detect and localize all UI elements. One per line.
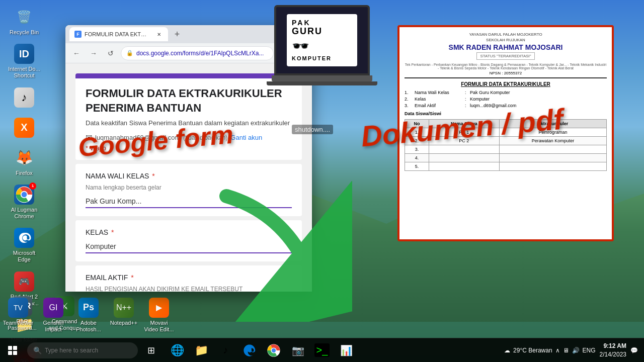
language-label: ENG <box>583 347 596 354</box>
chrome-logo <box>267 343 281 357</box>
clock-date: 2/14/2023 <box>600 350 626 359</box>
field-label-nama: NAMA WALI KELAS * <box>86 172 292 180</box>
desktop-icon-xampp[interactable]: X <box>4 115 44 143</box>
desktop-icon-internet-download[interactable]: ID Internet Do... Shortcut <box>4 41 44 82</box>
desktop-icon-label: TeamViewer <box>3 320 33 326</box>
desktop-icon-label: Movavi Video Edit... <box>144 320 174 333</box>
taskbar-apps: 🌐 📁 ♪ 📷 >_ <box>166 339 357 361</box>
taskbar-search-input[interactable] <box>45 347 125 354</box>
system-tray-up-arrow[interactable]: ∧ <box>555 347 560 354</box>
svg-point-9 <box>272 348 276 352</box>
tab-favicon: F <box>74 31 82 38</box>
taskbar-edge-icon[interactable]: 🌐 <box>166 339 188 361</box>
tab-close-button[interactable]: ✕ <box>155 30 163 38</box>
desktop-icon-label: Adobe Photosh... <box>73 320 104 333</box>
edge-logo <box>243 343 257 357</box>
taskbar-edge2-icon[interactable] <box>238 339 261 361</box>
taskbar-search-icon: 🔍 <box>33 346 42 354</box>
pak-guru-line3: KOMPUTER <box>292 55 352 61</box>
green-arrow <box>176 181 352 322</box>
clock-time: 9:12 AM <box>600 342 626 350</box>
taskbar-clock[interactable]: 9:12 AM 2/14/2023 <box>600 342 626 359</box>
pdf-field-1: 1. Nama Wali Kelas : Pak Guru Komputer <box>405 90 607 95</box>
refresh-button[interactable]: ↺ <box>104 46 118 60</box>
pdf-description: Tek Perkantoran - Perbankan Keuangan Mik… <box>405 63 607 70</box>
weather-icon: ☁ <box>504 347 510 354</box>
laptop-base <box>272 75 372 81</box>
task-view-icon: ⊞ <box>147 345 155 356</box>
form-title: FORMULIR DATA EKTRAKURIKULER PENERIMA BA… <box>86 86 292 115</box>
pak-guru-line2: GURU <box>292 27 352 37</box>
desktop-icon-al-lugman-chrome[interactable]: 1 Al Lugman Chrome <box>4 182 44 223</box>
notification-icon[interactable]: 💬 <box>630 347 638 354</box>
change-account-link[interactable]: Ganti akun <box>230 134 262 141</box>
back-button[interactable]: ← <box>69 46 84 60</box>
desktop-icon-firefox[interactable]: 🦊 Firefox <box>4 145 44 179</box>
desktop-icon-movavi[interactable]: ▶ Movavi Video Edit... <box>142 295 176 336</box>
taskbar-system-tray: ☁ 29°C Berawan ∧ 🖥 🔊 ENG 9:12 AM 2/14/20… <box>504 342 644 359</box>
desktop-icon-genshin[interactable]: GI Genshin Impact <box>36 295 70 336</box>
taskbar-explorer-icon[interactable]: 📁 <box>190 339 212 361</box>
desktop-icon-label: Al Lugman Chrome <box>6 207 42 220</box>
taskbar-terminal-icon[interactable]: >_ <box>311 339 333 361</box>
taskbar: 🔍 ⊞ 🌐 📁 ♪ <box>0 338 644 362</box>
desktop-icon-label: Genshin Impact <box>38 320 68 333</box>
shutdown-text: shutdown.... <box>292 125 333 134</box>
start-button[interactable] <box>0 338 25 363</box>
browser-tab-active[interactable]: F FORMULIR DATA EKTRAKURIKU... ✕ <box>69 27 168 41</box>
desktop-icon-teamviewer[interactable]: TV TeamViewer <box>1 295 35 336</box>
glasses-icon: 🕶️ <box>292 38 352 54</box>
taskbar-search-bar[interactable]: 🔍 <box>27 342 138 358</box>
taskbar-chrome-icon[interactable] <box>263 339 285 361</box>
taskbar-tiktok-icon[interactable]: ♪ <box>214 339 236 361</box>
taskbar-powerpoint-icon[interactable]: 📊 <box>335 339 357 361</box>
laptop-bottom <box>267 81 377 85</box>
laptop-screen: PAK GURU 🕶️ KOMPUTER <box>274 5 370 75</box>
svg-point-2 <box>22 192 27 197</box>
forward-button[interactable]: → <box>87 46 101 60</box>
pdf-npsn: NPSN : 20555372 <box>405 71 607 75</box>
pdf-table-row: 4. <box>405 154 607 162</box>
laptop-thumbnail: PAK GURU 🕶️ KOMPUTER <box>264 5 380 116</box>
desktop-icon-notepad[interactable]: N++ Notepad++ <box>107 295 141 336</box>
pdf-field-2: 2. Kelas : Komputer <box>405 97 607 102</box>
desktop-icon-microsoft-edge[interactable]: Microsoft Edge <box>4 225 44 266</box>
windows-logo <box>8 346 17 355</box>
pak-guru-line1: PAK <box>292 19 352 27</box>
pdf-yayasan: YAYASAN DARUL FALAH MOJOKERTO SEKOLAH RU… <box>405 32 607 75</box>
pdf-form-title: FORMULIR DATA EKTRAKURIKULER <box>405 81 607 87</box>
pak-guru-logo: PAK GURU 🕶️ KOMPUTER <box>287 14 357 66</box>
tab-label: FORMULIR DATA EKTRAKURIKU... <box>85 31 150 37</box>
pdf-table-row: 5. <box>405 162 607 171</box>
weather-text: 29°C Berawan <box>513 347 552 354</box>
desktop-icons-container: 🗑️ Recycle Bin ID Internet Do... Shortcu… <box>0 0 65 327</box>
taskbar-camera-icon[interactable]: 📷 <box>287 339 309 361</box>
desktop-icon-label: Firefox <box>16 170 33 176</box>
new-tab-button[interactable]: + <box>170 27 184 41</box>
desktop-icon-label: Microsoft Edge <box>6 250 42 263</box>
desktop-icon-adobe[interactable]: Ps Adobe Photosh... <box>71 295 106 336</box>
desktop-icon-label: Recycle Bin <box>10 29 39 36</box>
desktop-icon-recycle-bin[interactable]: 🗑️ Recycle Bin <box>4 4 44 39</box>
address-bar[interactable]: 🔒 docs.google.com/forms/d/e/1FAlpQLScMLr… <box>121 46 274 60</box>
system-tray-icons: ☁ 29°C Berawan ∧ 🖥 🔊 ENG <box>504 347 596 354</box>
desktop-icon-tiktok[interactable]: ♪ <box>4 84 44 113</box>
url-text: docs.google.com/forms/d/e/1FAlpQLScMLrXa… <box>136 50 268 57</box>
task-view-button[interactable]: ⊞ <box>140 339 162 361</box>
network-icon: 🖥 <box>563 347 569 354</box>
volume-icon: 🔊 <box>572 347 580 354</box>
desktop-icon-label: Internet Do... Shortcut <box>6 66 42 79</box>
secure-icon: 🔒 <box>126 50 133 56</box>
desktop-icon-label: Notepad++ <box>110 320 137 326</box>
